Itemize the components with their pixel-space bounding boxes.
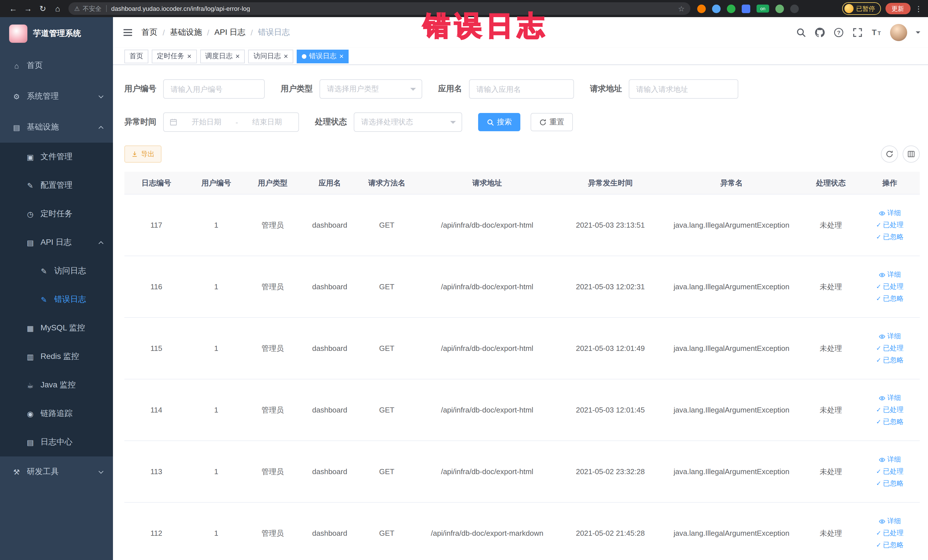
sidebar-item-1[interactable]: ⚙系统管理 (0, 81, 113, 112)
security-label[interactable]: 不安全 (83, 4, 102, 13)
update-button[interactable]: 更新 (885, 3, 910, 14)
sidebar-item-5[interactable]: ◷定时任务 (0, 200, 113, 228)
breadcrumb-item-2[interactable]: API 日志 (215, 27, 246, 38)
browser-forward-button[interactable]: → (21, 1, 35, 16)
refresh-button[interactable] (881, 145, 898, 163)
tab-4[interactable]: 错误日志× (297, 49, 349, 63)
sidebar-item-8[interactable]: ✎错误日志 (0, 285, 113, 314)
date-start-placeholder: 开始日期 (181, 117, 232, 127)
action-ignored-link[interactable]: ✓已忽略 (876, 417, 904, 427)
sidebar-item-0[interactable]: ⌂首页 (0, 50, 113, 81)
browser-home-button[interactable]: ⌂ (50, 1, 65, 16)
sidebar-item-14[interactable]: ⚒研发工具 (0, 456, 113, 487)
cell-status: 未处理 (801, 220, 860, 230)
action-detail-link[interactable]: 详细 (879, 270, 901, 279)
sidebar-item-6[interactable]: ▤API 日志 (0, 228, 113, 257)
action-ignored-link[interactable]: ✓已忽略 (876, 540, 904, 550)
cell-status: 未处理 (801, 528, 860, 538)
extension-icon-leaf[interactable] (775, 4, 784, 13)
sidebar-item-4[interactable]: ✎配置管理 (0, 171, 113, 200)
cell-actions: 详细✓已处理✓已忽略 (860, 455, 919, 488)
tab-2[interactable]: 调度日志× (200, 49, 245, 63)
extensions-area: on (697, 4, 799, 13)
search-button[interactable]: 搜索 (478, 113, 520, 131)
action-processed-link[interactable]: ✓已处理 (876, 343, 904, 353)
action-detail-link[interactable]: 详细 (879, 455, 901, 464)
tab-1[interactable]: 定时任务× (152, 49, 197, 63)
github-icon[interactable] (815, 27, 825, 38)
app-logo[interactable]: 芋道管理系统 (0, 17, 113, 50)
tab-3[interactable]: 访问日志× (248, 49, 293, 63)
app-name-input[interactable] (469, 79, 574, 99)
cell-user_type: 管理员 (244, 220, 301, 230)
chevron-down-icon[interactable] (916, 31, 920, 36)
extension-icon-blue-drop[interactable] (712, 4, 720, 13)
breadcrumb-item-1[interactable]: 基础设施 (170, 27, 202, 38)
action-processed-link[interactable]: ✓已处理 (876, 467, 904, 476)
browser-back-button[interactable]: ← (6, 1, 21, 16)
close-icon[interactable]: × (235, 52, 240, 60)
sidebar-item-9[interactable]: ▦MySQL 监控 (0, 314, 113, 342)
action-detail-link[interactable]: 详细 (879, 516, 901, 526)
cell-id: 116 (124, 282, 188, 291)
address-bar-divider (106, 5, 107, 12)
address-bar[interactable]: ⚠ 不安全 dashboard.yudao.iocoder.cn/infra/l… (69, 2, 690, 15)
sidebar-item-7[interactable]: ✎访问日志 (0, 257, 113, 285)
browser-menu-icon[interactable]: ⋮ (915, 4, 922, 13)
paused-badge[interactable]: 已暂停 (842, 2, 881, 15)
process-status-select[interactable]: 请选择处理状态 (354, 112, 462, 132)
sidebar-item-label: 基础设施 (27, 122, 59, 132)
extension-icon-green[interactable] (727, 4, 736, 13)
action-processed-link[interactable]: ✓已处理 (876, 528, 904, 538)
column-header-3: 应用名 (301, 178, 358, 188)
sidebar-item-2[interactable]: ▤基础设施 (0, 112, 113, 143)
request-url-input[interactable] (629, 79, 738, 99)
action-detail-link[interactable]: 详细 (879, 331, 901, 341)
extension-icon-orange[interactable] (697, 4, 706, 13)
bookmark-star-icon[interactable]: ☆ (678, 4, 685, 13)
action-ignored-link[interactable]: ✓已忽略 (876, 356, 904, 365)
sidebar-item-10[interactable]: ▥Redis 监控 (0, 342, 113, 371)
extension-icon-on-badge[interactable]: on (757, 5, 769, 12)
reset-button[interactable]: 重置 (531, 113, 573, 131)
action-ignored-label: 已忽略 (883, 540, 904, 550)
extension-icon-dark[interactable] (790, 4, 799, 13)
extension-icon-blue-grid[interactable] (742, 4, 750, 13)
action-processed-link[interactable]: ✓已处理 (876, 282, 904, 291)
font-size-icon[interactable]: TT (871, 27, 881, 38)
action-detail-link[interactable]: 详细 (879, 393, 901, 403)
action-processed-link[interactable]: ✓已处理 (876, 220, 904, 230)
close-icon[interactable]: × (284, 52, 288, 60)
sidebar-item-3[interactable]: ▣文件管理 (0, 143, 113, 171)
action-ignored-link[interactable]: ✓已忽略 (876, 232, 904, 242)
cell-time: 2021-05-02 23:32:28 (559, 467, 662, 476)
hamburger-menu-icon[interactable] (122, 27, 133, 38)
action-ignored-link[interactable]: ✓已忽略 (876, 479, 904, 488)
help-icon[interactable]: ? (833, 27, 844, 38)
fullscreen-icon[interactable] (852, 27, 862, 38)
sidebar-item-12[interactable]: ◉链路追踪 (0, 400, 113, 428)
close-icon[interactable]: × (339, 52, 344, 60)
sidebar-item-11[interactable]: ☕Java 监控 (0, 371, 113, 400)
action-detail-link[interactable]: 详细 (879, 208, 901, 218)
page-root: ← → ↻ ⌂ ⚠ 不安全 dashboard.yudao.iocoder.cn… (0, 0, 928, 560)
export-button[interactable]: 导出 (124, 145, 162, 163)
user-type-select[interactable]: 请选择用户类型 (319, 79, 422, 99)
tab-0[interactable]: 首页 (124, 49, 148, 63)
column-settings-button[interactable] (902, 145, 919, 163)
action-processed-link[interactable]: ✓已处理 (876, 405, 904, 415)
user-avatar[interactable] (890, 24, 907, 41)
exception-time-range-picker[interactable]: 开始日期 - 结束日期 (163, 112, 299, 132)
cell-user_type: 管理员 (244, 282, 301, 292)
breadcrumb-item-0[interactable]: 首页 (142, 27, 157, 38)
close-icon[interactable]: × (187, 52, 191, 60)
browser-reload-button[interactable]: ↻ (35, 1, 50, 16)
search-icon[interactable] (796, 27, 806, 38)
action-ignored-link[interactable]: ✓已忽略 (876, 294, 904, 304)
check-icon: ✓ (876, 283, 881, 290)
cell-exception: java.lang.IllegalArgumentException (662, 467, 801, 476)
user-id-input[interactable] (163, 79, 265, 99)
sidebar-item-13[interactable]: ▤日志中心 (0, 428, 113, 456)
columns-grid-icon (907, 150, 915, 158)
cell-id: 117 (124, 221, 188, 229)
